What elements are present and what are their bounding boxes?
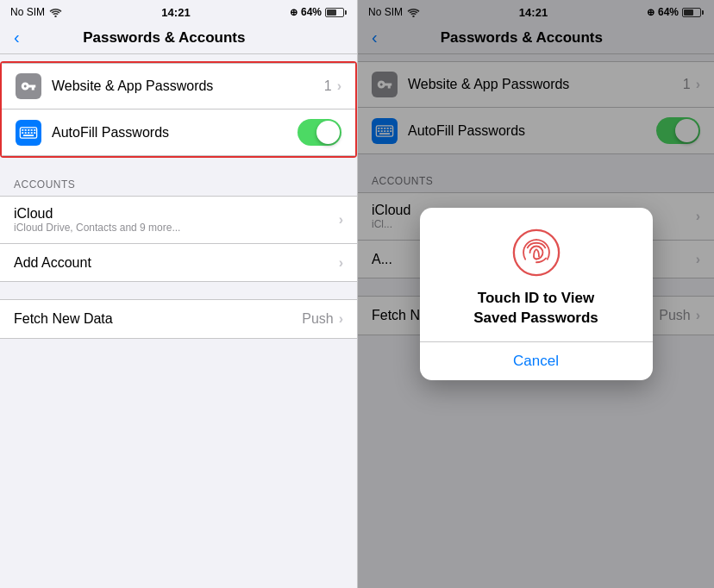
svg-rect-3	[25, 129, 27, 131]
fetch-label: Fetch New Data	[14, 311, 302, 327]
keyboard-icon-container	[16, 120, 41, 146]
status-bar-left: No SIM 14:21 ⊕ 64%	[0, 0, 357, 24]
add-account-chevron: ›	[339, 255, 343, 271]
status-time-left: 14:21	[161, 6, 190, 19]
gps-icon: ⊕	[290, 7, 298, 18]
password-group: Website & App Passwords 1 ›	[2, 63, 355, 156]
settings-content-left: Website & App Passwords 1 ›	[0, 54, 357, 588]
icloud-row[interactable]: iCloud iCloud Drive, Contacts and 9 more…	[0, 197, 357, 243]
add-account-row[interactable]: Add Account ›	[0, 243, 357, 281]
svg-rect-11	[34, 132, 35, 134]
battery-icon-left	[325, 8, 347, 17]
icloud-label: iCloud	[14, 206, 339, 222]
add-account-label: Add Account	[14, 255, 339, 271]
icloud-chevron: ›	[339, 212, 343, 228]
website-passwords-row[interactable]: Website & App Passwords 1 ›	[2, 64, 355, 109]
website-passwords-value: 1	[324, 78, 332, 94]
icloud-subtitle: iCloud Drive, Contacts and 9 more...	[14, 222, 339, 234]
battery-pct-left: 64%	[301, 6, 322, 18]
svg-rect-2	[22, 129, 23, 131]
accounts-group: iCloud iCloud Drive, Contacts and 9 more…	[0, 196, 357, 282]
fetch-group: Fetch New Data Push ›	[0, 299, 357, 339]
accounts-section: ACCOUNTS iCloud iCloud Drive, Contacts a…	[0, 175, 357, 282]
fetch-chevron: ›	[339, 311, 343, 327]
key-icon	[21, 78, 36, 94]
accounts-header: ACCOUNTS	[0, 175, 357, 196]
svg-rect-9	[28, 132, 29, 134]
svg-rect-12	[23, 134, 34, 136]
svg-rect-4	[28, 129, 29, 131]
icloud-label-block: iCloud iCloud Drive, Contacts and 9 more…	[14, 206, 339, 234]
modal-actions: Cancel	[420, 342, 653, 380]
modal-title: Touch ID to View Saved Passwords	[473, 289, 598, 327]
key-icon-container	[16, 73, 41, 99]
svg-rect-7	[22, 132, 23, 134]
svg-point-26	[513, 230, 558, 275]
svg-rect-5	[31, 129, 33, 131]
autofill-toggle[interactable]	[298, 119, 341, 146]
highlight-section: Website & App Passwords 1 ›	[0, 61, 357, 158]
toggle-thumb	[316, 121, 340, 144]
fetch-section: Fetch New Data Push ›	[0, 299, 357, 339]
nav-title-left: Passwords & Accounts	[20, 29, 309, 47]
autofill-passwords-row[interactable]: AutoFill Passwords	[2, 109, 355, 155]
modal-overlay: Touch ID to View Saved Passwords Cancel	[358, 0, 714, 588]
status-left: No SIM	[10, 6, 62, 18]
svg-rect-8	[25, 132, 27, 134]
wifi-icon	[49, 8, 62, 17]
keyboard-icon	[19, 127, 38, 139]
left-panel: No SIM 14:21 ⊕ 64% ‹ Passwords & Acco	[0, 0, 357, 588]
touch-id-modal: Touch ID to View Saved Passwords Cancel	[420, 208, 653, 379]
website-passwords-label: Website & App Passwords	[52, 78, 324, 94]
back-button-left[interactable]: ‹	[14, 30, 20, 46]
autofill-passwords-label: AutoFill Passwords	[52, 125, 298, 141]
cancel-button[interactable]: Cancel	[420, 342, 653, 380]
website-passwords-chevron: ›	[337, 78, 341, 94]
fingerprint-icon	[512, 228, 561, 277]
right-panel: No SIM 14:21 ⊕ 64% ‹ Passwords & Acco	[357, 0, 714, 588]
svg-rect-10	[31, 132, 33, 134]
status-right-left: ⊕ 64%	[290, 6, 347, 18]
svg-rect-6	[34, 129, 35, 131]
fetch-value: Push	[302, 311, 333, 327]
nav-bar-left: ‹ Passwords & Accounts	[0, 24, 357, 54]
svg-point-0	[54, 15, 56, 16]
back-chevron-left: ‹	[14, 28, 20, 46]
fetch-row[interactable]: Fetch New Data Push ›	[0, 300, 357, 338]
no-sim-label: No SIM	[10, 6, 45, 18]
modal-body: Touch ID to View Saved Passwords	[420, 208, 653, 341]
